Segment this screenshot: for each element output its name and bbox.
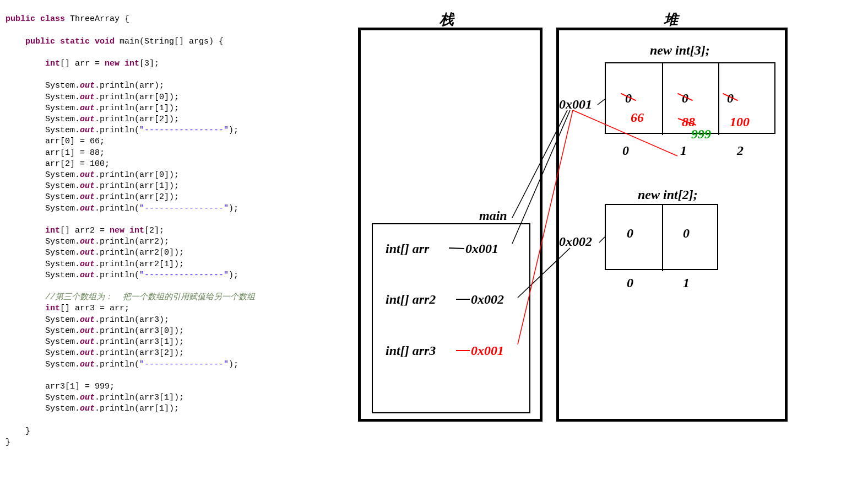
dash2: "----------------" (139, 204, 229, 213)
cell1-val999: 999 (691, 127, 711, 142)
out4: out (80, 115, 95, 124)
p-dash1: .println( (95, 126, 139, 135)
assign2: arr[2] = 100; (45, 159, 110, 169)
new-kw2: new int (110, 226, 144, 235)
idx2: 2 (737, 143, 744, 158)
out18: out (80, 360, 95, 369)
sys4: System. (45, 115, 80, 124)
kw-static: static (60, 37, 95, 46)
out10: out (80, 237, 95, 246)
p-arr3-2: .println(arr3[2]); (95, 348, 184, 358)
sys13: System. (45, 271, 80, 280)
p-arr3-1b: .println(arr3[1]); (95, 393, 184, 402)
heap-array-2 (605, 204, 718, 270)
p-arr3-1: .println(arr3[1]); (95, 337, 184, 347)
assign0: arr[0] = 66; (45, 137, 105, 146)
heap-label: 堆 (664, 10, 678, 29)
new-int2: [2]; (144, 226, 164, 235)
cp2: ); (229, 204, 238, 213)
sys8: System. (45, 192, 80, 202)
new-int2-label: new int[2]; (638, 187, 698, 202)
assign1: arr[1] = 88; (45, 148, 105, 158)
close-brace1: } (25, 427, 30, 436)
p-arr3v: .println(arr3); (95, 315, 169, 325)
out20: out (80, 404, 95, 413)
p-arr2-1: .println(arr2[1]); (95, 260, 184, 269)
arr2-var-addr: 0x002 (471, 292, 504, 307)
int-kw1: int (45, 59, 60, 68)
int-kw3: int (45, 304, 60, 313)
arr3-var-addr: 0x001 (471, 343, 504, 358)
class-decl: ThreeArray { (70, 14, 129, 24)
sys15: System. (45, 326, 80, 336)
main-sig: main(String[] args) { (120, 37, 224, 46)
arr2-decl: [] arr2 = (60, 226, 110, 235)
cell-sep (662, 205, 663, 271)
sys17: System. (45, 348, 80, 358)
dash1: "----------------" (139, 126, 229, 135)
sys16: System. (45, 337, 80, 347)
arr2-idx0: 0 (627, 276, 633, 290)
cp4: ); (229, 360, 238, 369)
arr3-assign: arr3[1] = 999; (45, 382, 115, 391)
arr3-var-label: int[] arr3 (386, 343, 436, 358)
cp3: ); (229, 271, 238, 280)
arr3-decl: [] arr3 = arr; (60, 304, 129, 313)
out12: out (80, 260, 95, 269)
p-dash2: .println( (95, 204, 139, 213)
sys9: System. (45, 204, 80, 213)
kw-public2: public (25, 37, 60, 46)
kw-public: public (6, 14, 40, 24)
close-brace2: } (6, 438, 10, 447)
p-arr0b: .println(arr[0]); (95, 170, 179, 180)
p-arr: .println(arr); (95, 81, 164, 90)
out15: out (80, 326, 95, 336)
arr2-cell0: 0 (627, 226, 633, 241)
new-kw1: new int (105, 59, 139, 68)
arr-var-label: int[] arr (386, 241, 429, 256)
dash3: "----------------" (139, 271, 229, 280)
p-arr2-0: .println(arr2[0]); (95, 248, 184, 257)
cell0-val: 66 (631, 110, 644, 125)
out19: out (80, 393, 95, 402)
code-block: public class ThreeArray { public static … (6, 3, 255, 448)
p-dash3: .println( (95, 271, 139, 280)
sys1: System. (45, 81, 80, 90)
sys19: System. (45, 393, 80, 402)
out11: out (80, 248, 95, 257)
sys14: System. (45, 315, 80, 325)
out5: out (80, 126, 95, 135)
sys5: System. (45, 126, 80, 135)
dash4: "----------------" (139, 360, 229, 369)
arr2-idx1: 1 (683, 276, 690, 290)
out8: out (80, 192, 95, 202)
out6: out (80, 170, 95, 180)
sys11: System. (45, 248, 80, 257)
arr-var-addr: 0x001 (465, 241, 498, 256)
out2: out (80, 93, 95, 102)
idx1: 1 (680, 143, 687, 158)
out13: out (80, 271, 95, 280)
int-kw2: int (45, 226, 60, 235)
p-arr1b: .println(arr[1]); (95, 181, 179, 191)
heap-addr-1: 0x001 (559, 97, 592, 112)
kw-class: class (40, 14, 70, 24)
out9: out (80, 204, 95, 213)
sys7: System. (45, 181, 80, 191)
p-arr2v: .println(arr2); (95, 237, 169, 246)
out14: out (80, 315, 95, 325)
memory-diagram: 栈 堆 main int[] arr 0x001 int[] arr2 0x00… (352, 0, 868, 485)
p-arr2: .println(arr[2]); (95, 115, 179, 124)
sys2: System. (45, 93, 80, 102)
new-int3-label: new int[3]; (650, 43, 710, 58)
out3: out (80, 104, 95, 113)
arr2-var-label: int[] arr2 (386, 292, 436, 307)
stack-label: 栈 (440, 10, 454, 29)
out1: out (80, 81, 95, 90)
heap-addr-2: 0x002 (559, 234, 592, 249)
sys12: System. (45, 260, 80, 269)
p-dash4: .println( (95, 360, 139, 369)
sys10: System. (45, 237, 80, 246)
out7: out (80, 181, 95, 191)
sys20: System. (45, 404, 80, 413)
